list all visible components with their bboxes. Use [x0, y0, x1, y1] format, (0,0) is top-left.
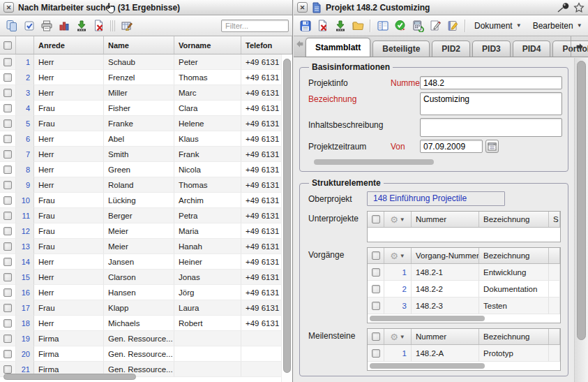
edit-document-button[interactable]	[427, 17, 443, 34]
row-checkbox[interactable]	[3, 350, 12, 358]
column-header-telefon[interactable]: Telefon	[241, 36, 292, 54]
calendar-button[interactable]	[485, 140, 499, 153]
notes-button[interactable]	[444, 17, 460, 34]
row-checkbox[interactable]	[3, 119, 12, 128]
row-checkbox[interactable]	[3, 304, 12, 312]
inhaltsbeschreibung-textarea[interactable]	[420, 118, 562, 137]
row-checkbox[interactable]	[3, 365, 12, 374]
approve-button[interactable]	[392, 17, 408, 34]
gear-menu-button[interactable]: ⚙▼	[384, 212, 412, 227]
oberprojekt-link[interactable]: 148 Einführung Projectile	[367, 191, 505, 206]
row-checkbox[interactable]	[3, 181, 12, 189]
tab-beteiligte[interactable]: Beteiligte	[372, 41, 430, 57]
table-row[interactable]: 18 Herr Michaels Robert +49 6131 6	[0, 316, 292, 331]
table-row[interactable]: 1 148.2-1 Entwicklung	[368, 264, 560, 281]
table-row[interactable]: 5 Frau Franke Helene +49 6131 6	[0, 116, 292, 131]
chart-button[interactable]	[56, 17, 72, 34]
pin-icon[interactable]	[557, 2, 571, 13]
dokument-menu[interactable]: Dokument ▼	[469, 20, 527, 32]
row-checkbox[interactable]	[3, 73, 12, 82]
filter-input[interactable]	[221, 20, 289, 32]
row-number-link[interactable]: 12	[16, 223, 34, 239]
row-checkbox[interactable]	[3, 135, 12, 143]
delete-button[interactable]	[315, 17, 331, 34]
column-header-bezeichnung[interactable]: Bezeichnung	[479, 248, 549, 263]
vertical-scrollbar-thumb[interactable]	[577, 61, 586, 340]
table-row[interactable]: 3 Herr Miller Marc +49 6131 6	[0, 85, 292, 101]
row-number-link[interactable]: 16	[16, 285, 34, 300]
table-row[interactable]: 10 Frau Lücking Archim +49 6131 6	[0, 193, 292, 208]
row-checkbox[interactable]	[3, 104, 12, 112]
row-number-link[interactable]: 1	[384, 345, 412, 362]
von-date-input[interactable]	[420, 140, 483, 153]
close-icon[interactable]: ✕	[297, 2, 308, 13]
row-number-link[interactable]: 9	[16, 177, 34, 193]
tabs-scroll-right-button[interactable]	[571, 36, 588, 57]
column-header-nummer[interactable]: Nummer	[412, 329, 479, 344]
row-number-link[interactable]: 1	[384, 264, 412, 281]
horizontal-scrollbar-thumb[interactable]	[314, 159, 434, 165]
export-button[interactable]	[73, 17, 89, 34]
row-number-link[interactable]: 8	[16, 162, 34, 177]
column-header-bezeichnung[interactable]: Bezeichnung	[479, 329, 549, 344]
column-header-anrede[interactable]: Anrede	[34, 36, 104, 54]
column-header-vorgang-nummer[interactable]: Vorgang-Nummer	[412, 248, 479, 263]
print-button[interactable]	[38, 17, 54, 34]
table-row[interactable]: 2 Herr Frenzel Thomas +49 6131 6	[0, 70, 292, 85]
row-checkbox[interactable]	[3, 212, 12, 220]
table-row[interactable]: 7 Herr Smith Frank +49 6131 6	[0, 147, 292, 162]
row-number-link[interactable]: 14	[16, 254, 34, 270]
row-number-link[interactable]: 15	[16, 270, 34, 285]
table-row[interactable]: 13 Frau Meier Hanah +49 6131 6	[0, 239, 292, 254]
vertical-scrollbar-track[interactable]	[281, 54, 292, 382]
table-row[interactable]: 14 Herr Jansen Heiner +49 6131 6	[0, 254, 292, 270]
export-button[interactable]	[332, 17, 348, 34]
row-number-link[interactable]: 18	[16, 316, 34, 331]
row-checkbox[interactable]	[3, 319, 12, 328]
vertical-scrollbar-track[interactable]	[574, 58, 588, 382]
bearbeiten-menu[interactable]: Bearbeiten ▼	[528, 20, 587, 32]
row-number-link[interactable]: 3	[384, 297, 412, 314]
gear-menu-button[interactable]: ⚙▼	[384, 248, 412, 263]
vertical-scrollbar-thumb[interactable]	[283, 59, 291, 373]
tab-pid4[interactable]: PID4	[513, 41, 551, 57]
row-checkbox[interactable]	[3, 166, 12, 174]
select-all-checkbox[interactable]	[372, 251, 380, 260]
gear-menu-button[interactable]: ⚙▼	[384, 329, 412, 344]
select-all-checkbox[interactable]	[3, 41, 12, 50]
row-number-link[interactable]: 19	[16, 331, 34, 346]
row-number-link[interactable]: 5	[16, 116, 34, 131]
clear-table-button[interactable]	[119, 17, 135, 34]
bezeichnung-textarea[interactable]: Customizing	[420, 92, 562, 115]
table-row[interactable]: 16 Herr Hansen Jörg +49 6131 6	[0, 285, 292, 300]
horizontal-scrollbar-thumb[interactable]	[3, 374, 136, 380]
table-row[interactable]: 3 148.2-3 Testen	[368, 297, 560, 314]
select-all-button[interactable]	[21, 17, 37, 34]
table-row[interactable]: 15 Herr Clarson Jonas +49 6131 6	[0, 270, 292, 285]
row-number-link[interactable]: 6	[16, 131, 34, 147]
row-checkbox[interactable]	[3, 288, 12, 297]
horizontal-scrollbar-thumb[interactable]	[370, 316, 485, 321]
column-header-name[interactable]: Name	[104, 36, 174, 54]
nummer-input[interactable]	[420, 76, 562, 89]
row-number-link[interactable]: 1	[16, 54, 34, 70]
select-all-checkbox[interactable]	[372, 215, 380, 223]
table-row[interactable]: 20 Firma Gen. Ressource...	[0, 346, 292, 362]
table-row[interactable]: 19 Firma Gen. Ressource...	[0, 331, 292, 346]
row-number-link[interactable]: 20	[16, 346, 34, 362]
table-row[interactable]: 11 Frau Berger Petra +49 6131 6	[0, 208, 292, 223]
column-header-nummer[interactable]: Nummer	[412, 212, 479, 227]
tab-pid2[interactable]: PID2	[432, 41, 470, 57]
row-checkbox[interactable]	[3, 335, 12, 343]
column-header-vorname[interactable]: Vorname	[174, 36, 241, 54]
table-row[interactable]: 1 Herr Schaub Peter +49 6131 6	[0, 54, 292, 70]
copy-button[interactable]	[3, 17, 20, 34]
table-row[interactable]: 17 Frau Klapp Laura +49 6131 6	[0, 300, 292, 316]
tab-stammblatt[interactable]: Stammblatt	[306, 38, 370, 57]
recalculate-button[interactable]	[409, 17, 425, 34]
close-icon[interactable]: ✕	[3, 2, 14, 13]
save-button[interactable]	[297, 17, 313, 34]
row-number-link[interactable]: 11	[16, 208, 34, 223]
row-number-link[interactable]: 4	[16, 101, 34, 116]
row-checkbox[interactable]	[372, 349, 380, 358]
